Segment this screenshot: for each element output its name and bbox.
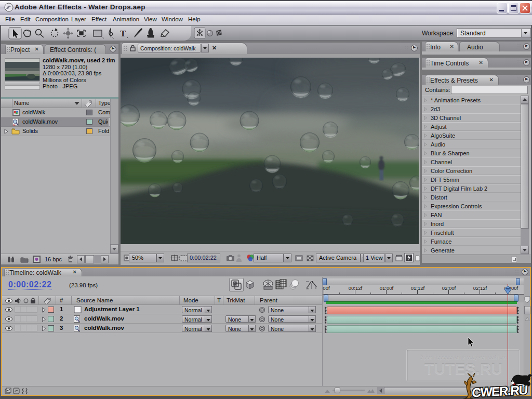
svg-text:T: T	[120, 29, 126, 38]
svg-text:CWER.RU: CWER.RU	[472, 383, 528, 399]
